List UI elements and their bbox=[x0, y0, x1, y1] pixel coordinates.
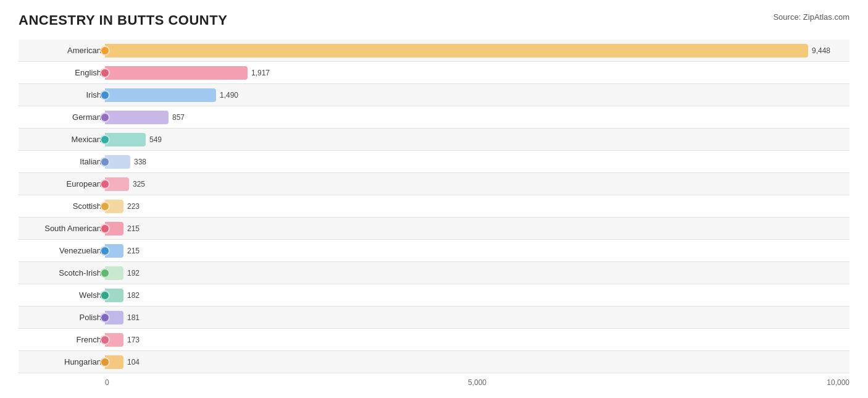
bar-track: 223 bbox=[105, 200, 849, 213]
bar-fill bbox=[105, 88, 216, 102]
bar-label: Polish bbox=[19, 313, 105, 322]
x-axis-label: 0 bbox=[105, 378, 109, 387]
bar-label: European bbox=[19, 179, 105, 188]
bar-track: 181 bbox=[105, 311, 849, 324]
bar-label: German bbox=[19, 112, 105, 122]
bar-track: 9,448 bbox=[105, 44, 849, 57]
bar-row: Mexican549 bbox=[19, 129, 849, 151]
bar-row: Venezuelan215 bbox=[19, 240, 849, 262]
bar-value: 173 bbox=[127, 336, 140, 344]
bar-row: Hungarian104 bbox=[19, 351, 849, 373]
bar-value: 181 bbox=[127, 313, 140, 322]
bar-label: Hungarian bbox=[19, 357, 105, 366]
bar-value: 223 bbox=[127, 202, 140, 211]
bar-track: 173 bbox=[105, 333, 849, 347]
x-axis-label: 10,000 bbox=[827, 378, 849, 387]
bar-dot bbox=[100, 90, 110, 100]
bar-track: 1,917 bbox=[105, 66, 849, 80]
bar-dot bbox=[100, 313, 110, 323]
bar-dot bbox=[100, 135, 110, 145]
bar-fill bbox=[105, 155, 130, 169]
bar-fill bbox=[105, 66, 248, 80]
bar-dot bbox=[100, 68, 110, 78]
bar-value: 1,917 bbox=[251, 69, 270, 77]
bar-row: German857 bbox=[19, 106, 849, 129]
source-label: Source: ZipAtlas.com bbox=[773, 12, 849, 22]
bar-value: 338 bbox=[134, 158, 146, 166]
bar-row: Scottish223 bbox=[19, 195, 849, 218]
bar-label: South American bbox=[19, 224, 105, 233]
bar-row: Italian338 bbox=[19, 151, 849, 173]
bar-track: 182 bbox=[105, 289, 849, 302]
bar-fill bbox=[105, 177, 129, 191]
bar-label: Welsh bbox=[19, 290, 105, 300]
bar-row: Scotch-Irish192 bbox=[19, 262, 849, 284]
bar-row: English1,917 bbox=[19, 62, 849, 84]
x-axis-label: 5,000 bbox=[468, 378, 486, 387]
bar-track: 104 bbox=[105, 355, 849, 369]
bar-dot bbox=[100, 112, 110, 122]
bar-fill bbox=[105, 133, 146, 146]
bar-value: 325 bbox=[133, 180, 145, 188]
bar-dot bbox=[100, 201, 110, 211]
bar-label: Mexican bbox=[19, 135, 105, 144]
bar-label: Venezuelan bbox=[19, 246, 105, 255]
bar-track: 549 bbox=[105, 133, 849, 146]
bar-track: 325 bbox=[105, 177, 849, 191]
bar-fill bbox=[105, 200, 123, 213]
bar-row: Irish1,490 bbox=[19, 84, 849, 106]
bar-value: 182 bbox=[127, 291, 140, 300]
bar-value: 192 bbox=[127, 269, 140, 277]
bar-dot bbox=[100, 335, 110, 345]
bar-dot bbox=[100, 179, 110, 189]
bar-row: American9,448 bbox=[19, 40, 849, 62]
bar-dot bbox=[100, 268, 110, 278]
bar-fill bbox=[105, 244, 123, 258]
bar-track: 857 bbox=[105, 111, 849, 124]
bar-fill bbox=[105, 44, 808, 57]
bar-track: 215 bbox=[105, 222, 849, 235]
bar-track: 192 bbox=[105, 266, 849, 280]
bar-row: Welsh182 bbox=[19, 284, 849, 307]
bar-label: Irish bbox=[19, 90, 105, 100]
bar-row: South American215 bbox=[19, 218, 849, 240]
bar-track: 215 bbox=[105, 244, 849, 258]
bar-label: American bbox=[19, 46, 105, 55]
bar-dot bbox=[100, 224, 110, 234]
bar-value: 549 bbox=[149, 135, 162, 144]
bar-track: 1,490 bbox=[105, 88, 849, 102]
bar-fill bbox=[105, 311, 123, 324]
bar-fill bbox=[105, 289, 123, 302]
chart-area: American9,448English1,917Irish1,490Germa… bbox=[19, 40, 849, 387]
bar-fill bbox=[105, 266, 123, 280]
bar-label: French bbox=[19, 335, 105, 344]
bar-dot bbox=[100, 246, 110, 256]
bar-track: 338 bbox=[105, 155, 849, 169]
bar-dot bbox=[100, 357, 110, 367]
bar-value: 215 bbox=[127, 224, 140, 233]
bar-value: 215 bbox=[127, 247, 140, 255]
bar-fill bbox=[105, 333, 123, 347]
bar-fill bbox=[105, 355, 123, 369]
bar-dot bbox=[100, 46, 110, 56]
page-title: ANCESTRY IN BUTTS COUNTY bbox=[19, 12, 227, 28]
bar-value: 9,448 bbox=[812, 46, 830, 55]
bar-dot bbox=[100, 290, 110, 300]
bar-row: Polish181 bbox=[19, 307, 849, 329]
bar-label: Italian bbox=[19, 157, 105, 166]
bar-value: 857 bbox=[172, 113, 185, 122]
bar-fill bbox=[105, 111, 169, 124]
bar-value: 1,490 bbox=[220, 91, 238, 100]
bar-row: European325 bbox=[19, 173, 849, 195]
bar-label: Scotch-Irish bbox=[19, 268, 105, 277]
bar-label: Scottish bbox=[19, 201, 105, 211]
bar-dot bbox=[100, 157, 110, 167]
bar-row: French173 bbox=[19, 329, 849, 351]
bar-label: English bbox=[19, 68, 105, 77]
bar-fill bbox=[105, 222, 123, 235]
bar-value: 104 bbox=[127, 358, 140, 366]
